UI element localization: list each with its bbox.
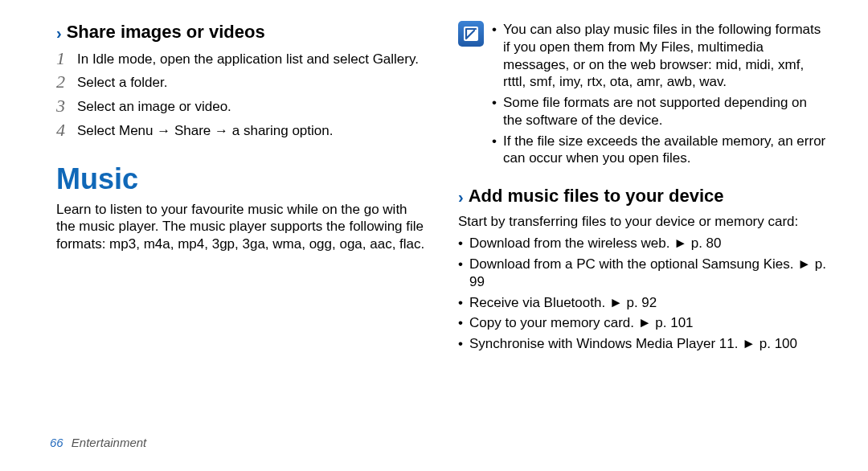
share-steps-list: 1 In Idle mode, open the application lis… xyxy=(56,49,426,140)
bullet-icon xyxy=(492,21,503,39)
bullet-text: Download from a PC with the optional Sam… xyxy=(469,256,828,291)
left-column: ›Share images or videos 1 In Idle mode, … xyxy=(56,21,426,471)
bullet-text: If the file size exceeds the available m… xyxy=(503,133,828,168)
step-item: 1 In Idle mode, open the application lis… xyxy=(56,49,426,68)
list-item: Some file formats are not supported depe… xyxy=(492,94,828,129)
step-number: 2 xyxy=(56,72,77,91)
add-music-heading-text: Add music files to your device xyxy=(469,186,724,206)
step-text: In Idle mode, open the application list … xyxy=(77,49,426,68)
share-heading: ›Share images or videos xyxy=(56,21,426,44)
page-footer: 66 Entertainment xyxy=(50,435,146,450)
add-bullets: Download from the wireless web. ► p. 80 … xyxy=(458,235,828,353)
bullet-icon xyxy=(458,294,469,312)
share-heading-text: Share images or videos xyxy=(67,22,265,42)
bullet-icon xyxy=(492,133,503,150)
chevron-right-icon: › xyxy=(56,23,62,44)
music-paragraph: Learn to listen to your favourite music … xyxy=(56,201,426,253)
bullet-icon xyxy=(458,335,469,353)
step-number: 1 xyxy=(56,49,77,68)
bullet-text: Download from the wireless web. ► p. 80 xyxy=(469,235,828,252)
right-column: You can also play music files in the fol… xyxy=(458,21,828,471)
step-item: 4 Select Menu → Share → a sharing option… xyxy=(56,121,426,140)
list-item: Download from the wireless web. ► p. 80 xyxy=(458,235,828,252)
step-text: Select a folder. xyxy=(77,72,426,92)
list-item: Receive via Bluetooth. ► p. 92 xyxy=(458,294,828,312)
list-item: Synchronise with Windows Media Player 11… xyxy=(458,335,828,353)
step-text: Select an image or video. xyxy=(77,96,426,116)
list-item: Copy to your memory card. ► p. 101 xyxy=(458,314,828,332)
add-music-heading: ›Add music files to your device xyxy=(458,185,828,208)
add-music-intro: Start by transferring files to your devi… xyxy=(458,213,828,231)
bullet-text: You can also play music files in the fol… xyxy=(503,21,828,91)
step-item: 2 Select a folder. xyxy=(56,72,426,92)
bullet-icon xyxy=(492,94,503,112)
list-item: You can also play music files in the fol… xyxy=(492,21,828,91)
manual-page: ›Share images or videos 1 In Idle mode, … xyxy=(0,0,868,471)
step-number: 4 xyxy=(56,121,77,139)
music-heading: Music xyxy=(56,161,426,198)
bullet-text: Receive via Bluetooth. ► p. 92 xyxy=(469,294,828,312)
step-text: Select Menu → Share → a sharing option. xyxy=(77,121,426,140)
step-number: 3 xyxy=(56,96,77,115)
bullet-text: Copy to your memory card. ► p. 101 xyxy=(469,314,828,332)
bullet-text: Some file formats are not supported depe… xyxy=(503,94,828,129)
bullet-icon xyxy=(458,235,469,252)
bullet-icon xyxy=(458,256,469,273)
list-item: Download from a PC with the optional Sam… xyxy=(458,256,828,291)
chevron-right-icon: › xyxy=(458,187,464,208)
bullet-icon xyxy=(458,314,469,332)
note-icon xyxy=(458,21,484,47)
page-number: 66 xyxy=(50,436,63,449)
step-item: 3 Select an image or video. xyxy=(56,96,426,116)
section-name: Entertainment xyxy=(72,436,146,449)
list-item: If the file size exceeds the available m… xyxy=(492,133,828,168)
note-block: You can also play music files in the fol… xyxy=(458,21,828,170)
note-bullets: You can also play music files in the fol… xyxy=(492,21,828,170)
bullet-text: Synchronise with Windows Media Player 11… xyxy=(469,335,828,353)
